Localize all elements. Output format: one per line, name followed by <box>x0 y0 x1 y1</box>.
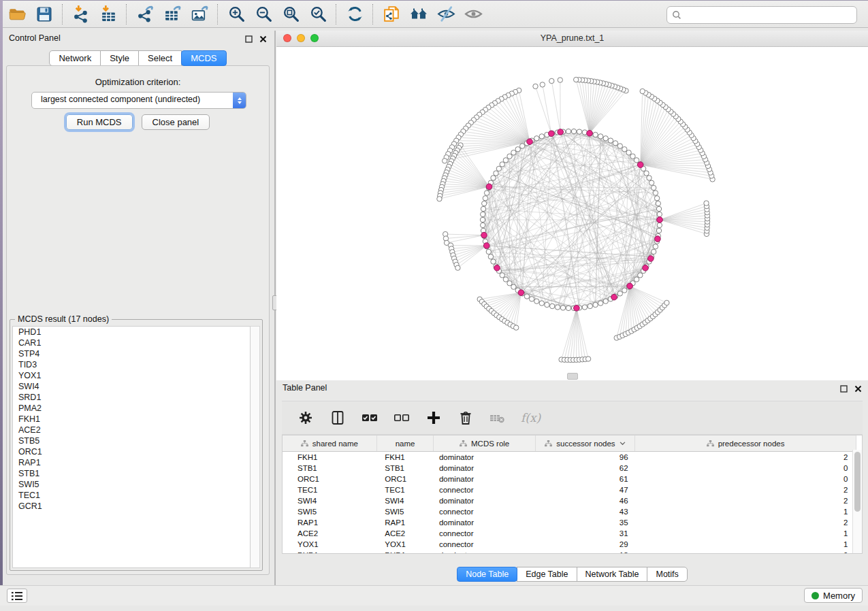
table-row[interactable]: STB1STB1dominator620 <box>283 463 856 474</box>
mcds-node[interactable] <box>481 232 487 238</box>
network-node[interactable] <box>511 150 516 155</box>
mcds-node[interactable] <box>611 294 617 300</box>
tab-select[interactable]: Select <box>138 50 182 66</box>
network-node[interactable] <box>484 191 489 195</box>
network-node[interactable] <box>491 259 496 264</box>
network-node[interactable] <box>656 206 661 211</box>
network-node[interactable] <box>494 171 498 176</box>
network-node[interactable] <box>630 154 635 159</box>
network-window-titlebar[interactable]: YPA_prune.txt_1 <box>276 31 868 47</box>
network-node[interactable] <box>644 171 649 176</box>
run-mcds-button[interactable]: Run MCDS <box>66 114 133 130</box>
network-node[interactable] <box>496 166 501 171</box>
table-scrollbar[interactable] <box>852 450 862 553</box>
first-neighbors-button[interactable] <box>407 3 430 25</box>
network-node[interactable] <box>520 144 525 148</box>
refresh-button[interactable] <box>343 3 366 25</box>
network-node[interactable] <box>534 299 539 303</box>
tab-node-table[interactable]: Node Table <box>457 567 517 582</box>
network-node[interactable] <box>545 302 549 307</box>
criterion-dropdown[interactable]: largest connected component (undirected) <box>31 92 246 109</box>
tab-edge-table[interactable]: Edge Table <box>517 567 577 582</box>
network-node[interactable] <box>486 249 491 254</box>
zoom-out-button[interactable] <box>252 3 275 25</box>
network-node[interactable] <box>634 277 639 282</box>
network-node[interactable] <box>653 191 658 195</box>
network-node[interactable] <box>656 201 660 205</box>
network-node[interactable] <box>603 299 608 303</box>
network-node[interactable] <box>598 301 603 306</box>
mcds-result-item[interactable]: CAR1 <box>13 337 251 348</box>
mcds-result-item[interactable]: YOX1 <box>13 370 251 381</box>
network-node[interactable] <box>626 150 631 155</box>
table-row[interactable]: TEC1TEC1connector472 <box>283 484 856 495</box>
network-node[interactable] <box>539 301 544 306</box>
mcds-result-item[interactable]: FKH1 <box>13 414 251 425</box>
tab-network[interactable]: Network <box>49 50 101 66</box>
network-node[interactable] <box>657 212 662 216</box>
network-node[interactable] <box>654 196 659 201</box>
close-panel-button[interactable] <box>258 34 268 44</box>
show-columns-button[interactable] <box>329 409 347 427</box>
float-panel-button[interactable] <box>244 34 253 44</box>
network-node[interactable] <box>704 201 709 205</box>
network-node[interactable] <box>638 273 643 278</box>
mcds-result-item[interactable]: TEC1 <box>13 490 251 501</box>
network-node[interactable] <box>515 147 520 152</box>
network-node[interactable] <box>488 254 493 259</box>
zoom-fit-button[interactable] <box>279 3 302 25</box>
network-node[interactable] <box>649 180 654 185</box>
network-node[interactable] <box>482 201 487 205</box>
column-header-predecessor-nodes[interactable]: predecessor nodes <box>635 435 856 452</box>
network-node[interactable] <box>483 196 487 201</box>
network-node[interactable] <box>653 244 658 249</box>
memory-button[interactable]: Memory <box>804 588 863 603</box>
network-node[interactable] <box>539 134 544 139</box>
mcds-node[interactable] <box>657 217 663 223</box>
mcds-result-item[interactable]: PMA2 <box>13 403 251 414</box>
network-node[interactable] <box>534 136 539 141</box>
network-canvas[interactable] <box>276 46 868 380</box>
network-node[interactable] <box>549 78 554 83</box>
network-node[interactable] <box>500 273 504 278</box>
mcds-node[interactable] <box>627 283 633 289</box>
table-options-button[interactable] <box>297 409 315 427</box>
network-node[interactable] <box>593 302 598 307</box>
mcds-result-item[interactable]: RAP1 <box>13 457 251 468</box>
table-row[interactable]: YOX1YOX1connector291 <box>283 539 856 550</box>
tab-motifs[interactable]: Motifs <box>647 567 687 582</box>
network-node[interactable] <box>593 132 598 137</box>
zoom-in-button[interactable] <box>225 3 248 25</box>
network-node[interactable] <box>529 297 534 301</box>
table-row[interactable]: PHD1PHD1dominator180 <box>283 550 856 554</box>
column-header-name[interactable]: name <box>376 435 434 452</box>
network-node[interactable] <box>603 136 608 141</box>
network-node[interactable] <box>617 291 622 296</box>
tab-mcds[interactable]: MCDS <box>181 50 226 66</box>
table-row[interactable]: RAP1RAP1dominator352 <box>283 517 856 528</box>
export-network-button[interactable] <box>133 3 157 25</box>
network-node[interactable] <box>500 162 504 167</box>
network-node[interactable] <box>455 265 460 270</box>
table-row[interactable]: FKH1FKH1dominator962 <box>283 452 856 463</box>
mcds-node[interactable] <box>655 236 661 242</box>
import-table-button[interactable] <box>97 3 120 25</box>
mcds-result-item[interactable]: SWI5 <box>13 479 251 490</box>
network-node[interactable] <box>550 303 555 308</box>
mcds-node[interactable] <box>549 131 555 137</box>
mcds-result-item[interactable]: ORC1 <box>13 446 251 457</box>
network-node[interactable] <box>574 77 579 82</box>
network-node[interactable] <box>664 300 669 305</box>
network-node[interactable] <box>566 306 570 310</box>
save-button[interactable] <box>33 3 56 25</box>
network-node[interactable] <box>613 141 617 146</box>
mcds-node[interactable] <box>643 265 649 271</box>
mcds-result-item[interactable]: STB1 <box>13 468 251 479</box>
mcds-node[interactable] <box>494 265 500 271</box>
mcds-node[interactable] <box>518 290 524 296</box>
close-table-panel-button[interactable] <box>853 384 863 393</box>
table-row[interactable]: ACE2ACE2connector311 <box>283 528 856 539</box>
network-node[interactable] <box>524 294 529 299</box>
network-node[interactable] <box>437 197 442 201</box>
zoom-selected-button[interactable] <box>306 3 329 25</box>
